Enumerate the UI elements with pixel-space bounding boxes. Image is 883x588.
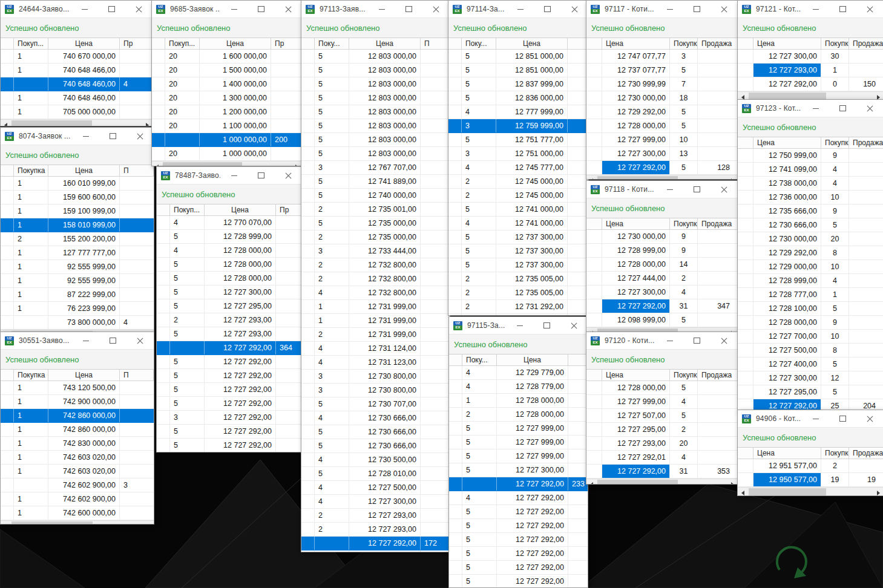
table-row[interactable]: 176 223 999,00 bbox=[1, 302, 154, 316]
table-row[interactable]: 12 729 292,005 bbox=[586, 105, 738, 119]
table-row[interactable]: 1160 010 999,00 bbox=[1, 177, 154, 191]
table-row[interactable]: 12 727 500,008 bbox=[738, 344, 883, 358]
table-row[interactable]: 2155 200 200,00 bbox=[1, 232, 154, 246]
table-row[interactable]: 12 728 999,009 bbox=[586, 244, 738, 258]
minimize-button[interactable] bbox=[71, 1, 98, 18]
table-row[interactable]: 512 727 292,00 bbox=[449, 519, 588, 533]
table-row[interactable]: 201 200 000,00 bbox=[152, 105, 302, 119]
horizontal-scrollbar[interactable] bbox=[1, 119, 153, 126]
col-header-buy[interactable]: Поку... bbox=[462, 354, 497, 365]
col-header-sell[interactable]: Продажа bbox=[698, 218, 738, 229]
table-row[interactable]: 512 727 292,00 bbox=[157, 355, 302, 369]
close-button[interactable] bbox=[711, 181, 738, 198]
table-row[interactable]: 212 731 999,00 bbox=[301, 328, 450, 342]
col-header-buy[interactable]: Поку... bbox=[315, 38, 349, 49]
table-row[interactable]: 512 803 000,00 bbox=[301, 77, 450, 91]
close-button[interactable] bbox=[126, 128, 154, 145]
table-row[interactable]: 12 098 999,005 bbox=[586, 313, 738, 327]
close-button[interactable] bbox=[856, 410, 883, 427]
table-row[interactable]: 512 803 000,00 bbox=[301, 133, 450, 147]
table-row[interactable]: 740 648 460,004 bbox=[1, 77, 153, 91]
table-row[interactable]: 512 727 292,00 bbox=[449, 547, 588, 561]
table-row[interactable]: 12 750 999,009 bbox=[738, 149, 883, 163]
maximize-button[interactable] bbox=[99, 332, 126, 349]
maximize-button[interactable] bbox=[395, 1, 422, 18]
scroll-right-arrow[interactable] bbox=[727, 479, 738, 485]
scroll-right-arrow[interactable] bbox=[727, 175, 738, 180]
table-row[interactable]: 112 731 999,00 bbox=[301, 300, 450, 314]
col-header-price[interactable]: Цена bbox=[497, 354, 568, 365]
table-row[interactable]: 512 730 707,00 bbox=[301, 397, 450, 411]
table-row[interactable]: 512 803 000,00 bbox=[301, 64, 450, 77]
col-header-sell[interactable]: Пр bbox=[276, 204, 302, 215]
table-row[interactable]: 1 000 000,00200 bbox=[152, 133, 302, 147]
col-header-sell[interactable]: П bbox=[120, 370, 154, 381]
table-row[interactable]: 512 851 000,00 bbox=[448, 64, 588, 77]
scroll-left-arrow[interactable] bbox=[586, 479, 597, 485]
table-row[interactable]: 192 555 999,00 bbox=[1, 274, 154, 288]
close-button[interactable] bbox=[561, 1, 588, 18]
table-row[interactable]: 12 727 292,000150 bbox=[738, 77, 883, 91]
titlebar[interactable]: UZEX 97121 - Кот... bbox=[738, 1, 883, 18]
col-header-sell[interactable]: Пр bbox=[271, 38, 302, 49]
table-row[interactable]: 73 800 000,004 bbox=[1, 316, 154, 330]
col-header-buy[interactable]: Покупк bbox=[821, 38, 849, 49]
table-row[interactable]: 1740 670 000,00 bbox=[1, 50, 153, 64]
table-row[interactable]: 1159 600 600,00 bbox=[1, 191, 154, 204]
table-row[interactable]: 512 737 300,00 bbox=[448, 244, 588, 258]
table-row[interactable]: 312 751 000,00 bbox=[448, 147, 588, 161]
minimize-button[interactable] bbox=[507, 1, 534, 18]
table-row[interactable]: 12 730 000,0018 bbox=[586, 91, 738, 105]
col-header-buy[interactable]: Покупка bbox=[670, 218, 698, 229]
table-row[interactable]: 412 728 000,00 bbox=[157, 244, 302, 258]
minimize-button[interactable] bbox=[802, 100, 829, 117]
titlebar[interactable]: UZEX 97117 - Коти... bbox=[586, 1, 738, 18]
table-row[interactable]: 12 727 292,00172 bbox=[301, 537, 450, 550]
scroll-right-arrow[interactable] bbox=[143, 521, 154, 524]
col-header-price[interactable]: Цена bbox=[48, 165, 120, 176]
col-header-sell[interactable] bbox=[568, 354, 588, 365]
close-button[interactable] bbox=[126, 332, 154, 349]
maximize-button[interactable] bbox=[534, 1, 561, 18]
table-row[interactable]: 512 730 666,00 bbox=[301, 425, 450, 439]
table-row[interactable]: 12 727 300,0030 bbox=[738, 50, 883, 64]
table-row[interactable]: 1740 648 460,00 bbox=[1, 91, 153, 105]
table-row[interactable]: 12 728 000,005 bbox=[586, 381, 738, 395]
table-row[interactable]: 12 727 292,005128 bbox=[586, 161, 738, 175]
table-row[interactable]: 512 837 999,00 bbox=[448, 77, 588, 91]
horizontal-scrollbar[interactable] bbox=[738, 487, 883, 496]
titlebar[interactable]: UZEX 9685-Заявок ... bbox=[152, 1, 302, 18]
table-row[interactable]: 12 730 999,997 bbox=[586, 77, 738, 91]
table-row[interactable]: 512 727 292,00 bbox=[449, 561, 588, 575]
table-row[interactable]: 1158 010 999,00 bbox=[1, 218, 154, 232]
close-button[interactable] bbox=[125, 1, 153, 18]
table-row[interactable]: 512 730 999,00 bbox=[448, 314, 588, 316]
table-row[interactable]: 512 803 000,00 bbox=[301, 50, 450, 64]
table-row[interactable]: 312 727 292,00 bbox=[157, 411, 302, 425]
table-row[interactable]: 412 727 300,00 bbox=[301, 495, 450, 509]
close-button[interactable] bbox=[856, 100, 883, 117]
table-row[interactable]: 112 731 999,00 bbox=[301, 314, 450, 328]
col-header-price[interactable]: Цена bbox=[602, 38, 670, 49]
scrollbar-thumb[interactable] bbox=[597, 176, 678, 180]
table-row[interactable]: 412 732 800,00 bbox=[301, 286, 450, 300]
minimize-button[interactable] bbox=[506, 317, 533, 334]
maximize-button[interactable] bbox=[533, 317, 560, 334]
table-row[interactable]: 512 727 292,00 bbox=[157, 383, 302, 397]
table-row[interactable]: 742 602 900,003 bbox=[1, 479, 154, 492]
table-row[interactable]: 12 950 577,001919 bbox=[738, 473, 883, 487]
table-row[interactable]: 412 731 124,00 bbox=[301, 342, 450, 356]
col-header-price[interactable]: Цена bbox=[753, 38, 821, 49]
col-header-buy[interactable]: Покупка bbox=[670, 370, 698, 381]
col-header-price[interactable]: Цена bbox=[205, 204, 276, 215]
minimize-button[interactable] bbox=[368, 1, 395, 18]
table-row[interactable]: 192 555 999,00 bbox=[1, 260, 154, 274]
table-row[interactable]: 12 727 507,005 bbox=[586, 409, 738, 423]
table-row[interactable]: 512 751 777,00 bbox=[448, 133, 588, 147]
table-row[interactable]: 412 777 999,00 bbox=[448, 105, 588, 119]
table-row[interactable]: 212 735 000,00 bbox=[301, 230, 450, 244]
table-row[interactable]: 512 727 292,00 bbox=[157, 439, 302, 452]
table-row[interactable]: 1742 900 000,00 bbox=[1, 395, 154, 409]
table-row[interactable]: 512 727 292,00 bbox=[449, 533, 588, 547]
table-row[interactable]: 212 745 000,00 bbox=[448, 175, 588, 189]
